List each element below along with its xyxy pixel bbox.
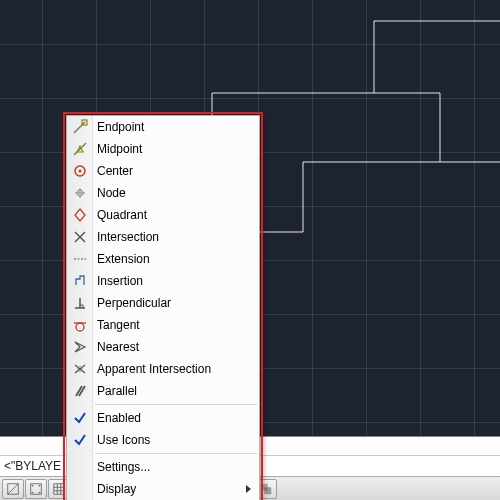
intersection-icon — [71, 228, 89, 246]
svg-point-13 — [39, 491, 41, 493]
svg-rect-28 — [264, 487, 271, 494]
menu-item-settings[interactable]: Settings... — [67, 456, 259, 478]
menu-label: Nearest — [97, 340, 139, 354]
menu-item-use-icons[interactable]: Use Icons — [67, 429, 259, 451]
menu-label: Extension — [97, 252, 150, 266]
tangent-icon — [71, 316, 89, 334]
menu-item-center[interactable]: Center — [67, 160, 259, 182]
menu-label: Apparent Intersection — [97, 362, 211, 376]
check-icon — [71, 431, 89, 449]
menu-label: Midpoint — [97, 142, 142, 156]
command-text: <"BYLAYE — [4, 459, 61, 473]
check-icon — [71, 409, 89, 427]
menu-label: Insertion — [97, 274, 143, 288]
menu-item-insertion[interactable]: Insertion — [67, 270, 259, 292]
menu-label: Parallel — [97, 384, 137, 398]
center-icon — [71, 162, 89, 180]
svg-point-10 — [32, 484, 34, 486]
perpendicular-icon — [71, 294, 89, 312]
menu-label: Settings... — [97, 460, 150, 474]
svg-line-9 — [8, 483, 19, 494]
menu-label: Use Icons — [97, 433, 150, 447]
menu-item-perpendicular[interactable]: Perpendicular — [67, 292, 259, 314]
snap-toggle[interactable] — [25, 479, 47, 499]
menu-item-display[interactable]: Display — [67, 478, 259, 500]
apparent-intersection-icon — [71, 360, 89, 378]
menu-label: Node — [97, 186, 126, 200]
menu-label: Quadrant — [97, 208, 147, 222]
submenu-arrow-icon — [246, 485, 251, 493]
menu-item-nearest[interactable]: Nearest — [67, 336, 259, 358]
svg-point-33 — [79, 170, 82, 173]
menu-item-parallel[interactable]: Parallel — [67, 380, 259, 402]
osnap-context-menu: Endpoint Midpoint Center Node Quadrant I… — [66, 115, 260, 500]
midpoint-icon — [71, 140, 89, 158]
infer-constraints-toggle[interactable] — [2, 479, 24, 499]
parallel-icon — [71, 382, 89, 400]
menu-item-enabled[interactable]: Enabled — [67, 407, 259, 429]
menu-label: Center — [97, 164, 133, 178]
menu-item-intersection[interactable]: Intersection — [67, 226, 259, 248]
menu-item-endpoint[interactable]: Endpoint — [67, 116, 259, 138]
menu-label: Intersection — [97, 230, 159, 244]
menu-item-extension[interactable]: Extension — [67, 248, 259, 270]
menu-label: Perpendicular — [97, 296, 171, 310]
svg-point-42 — [76, 323, 84, 331]
menu-item-midpoint[interactable]: Midpoint — [67, 138, 259, 160]
menu-item-apparent-intersection[interactable]: Apparent Intersection — [67, 358, 259, 380]
menu-label: Endpoint — [97, 120, 144, 134]
svg-point-12 — [32, 491, 34, 493]
node-icon — [71, 184, 89, 202]
endpoint-icon — [71, 118, 89, 136]
menu-item-quadrant[interactable]: Quadrant — [67, 204, 259, 226]
svg-line-29 — [74, 122, 85, 133]
menu-label: Tangent — [97, 318, 140, 332]
quadrant-icon — [71, 206, 89, 224]
svg-point-11 — [39, 484, 41, 486]
menu-label: Display — [97, 482, 136, 496]
nearest-icon — [71, 338, 89, 356]
extension-icon — [71, 250, 89, 268]
insertion-icon — [71, 272, 89, 290]
menu-item-tangent[interactable]: Tangent — [67, 314, 259, 336]
menu-item-node[interactable]: Node — [67, 182, 259, 204]
menu-label: Enabled — [97, 411, 141, 425]
